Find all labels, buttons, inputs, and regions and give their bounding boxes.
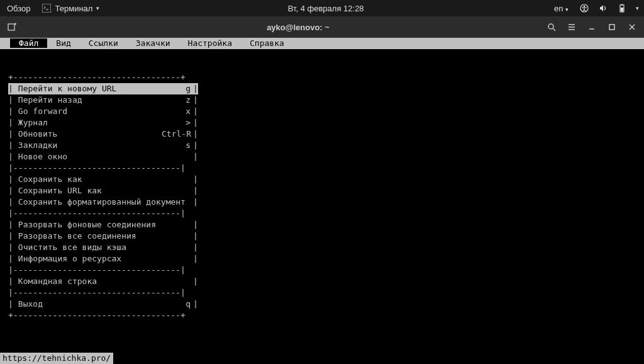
menu-item[interactable]: | Go forwardx| [8, 106, 198, 117]
menu-item[interactable]: | Журнал>| [8, 117, 198, 128]
menu-item[interactable]: | Очистить все виды кэша| [8, 242, 198, 253]
accessibility-icon[interactable] [579, 3, 589, 13]
menubar-item-закачки[interactable]: Закачки [127, 38, 179, 48]
hamburger-menu-icon[interactable] [566, 21, 577, 33]
menu-item[interactable]: | Сохранить как| [8, 174, 198, 185]
svg-rect-7 [8, 24, 14, 30]
terminal-icon [42, 3, 52, 13]
menu-item[interactable]: | Разорвать все соединения| [8, 230, 198, 242]
svg-rect-0 [42, 4, 51, 13]
window-title: ayko@lenovo: ~ [57, 23, 540, 32]
menubar-item-ссылки[interactable]: Ссылки [80, 38, 127, 48]
status-bar: https://tehnichka.pro/ [0, 353, 113, 364]
app-menu-label: Терминал [55, 4, 93, 13]
new-tab-icon[interactable] [6, 21, 18, 33]
keyboard-layout-indicator[interactable]: en ▾ [552, 4, 570, 13]
menu-separator: |----------------------------------| [8, 208, 198, 219]
maximize-button[interactable] [606, 21, 618, 33]
menu-separator: +----------------------------------+ [8, 310, 198, 321]
menu-item[interactable]: | Выходq| [8, 299, 198, 310]
system-menu-dropdown-icon[interactable]: ▾ [636, 5, 639, 11]
menu-item[interactable]: | Разорвать фоновые соединения| [8, 219, 198, 230]
clock[interactable]: Вт, 4 февраля 12:28 [99, 4, 552, 13]
svg-point-10 [548, 24, 553, 29]
menubar-item-файл[interactable]: Файл [10, 38, 47, 48]
file-dropdown-menu: +----------------------------------+| Пе… [8, 49, 198, 333]
menubar-item-настройка[interactable]: Настройка [179, 38, 241, 48]
menu-item[interactable]: | Закладкиs| [8, 140, 198, 151]
gnome-topbar: Обзор Терминал ▾ Вт, 4 февраля 12:28 en … [0, 0, 644, 16]
menubar-item-вид[interactable]: Вид [47, 38, 79, 48]
activities-button[interactable]: Обзор [5, 4, 33, 13]
menu-separator: |----------------------------------| [8, 162, 198, 174]
menubar-item-справка[interactable]: Справка [241, 38, 293, 48]
menu-item[interactable]: | Новое окно| [8, 151, 198, 162]
close-button[interactable] [626, 21, 638, 33]
svg-rect-5 [621, 4, 623, 6]
svg-point-3 [584, 6, 586, 8]
app-menu[interactable]: Терминал ▾ [42, 3, 100, 13]
svg-rect-16 [609, 25, 614, 30]
minimize-button[interactable] [586, 21, 597, 33]
menu-item[interactable]: | Сохранить форматированный документ| [8, 196, 198, 208]
menu-item[interactable]: | Перейти к новому URLg| [8, 83, 198, 94]
menu-item[interactable]: | Сохранить URL как| [8, 185, 198, 196]
links-menubar: ФайлВидСсылкиЗакачкиНастройкаСправка [0, 38, 644, 49]
menu-item[interactable]: | ОбновитьCtrl-R| [8, 128, 198, 140]
window-titlebar: ayko@lenovo: ~ [0, 16, 644, 38]
menu-separator: |----------------------------------| [8, 287, 198, 299]
menu-separator: |----------------------------------| [8, 264, 198, 276]
svg-line-11 [553, 28, 555, 31]
volume-icon[interactable] [598, 3, 608, 13]
search-icon[interactable] [546, 21, 557, 33]
svg-rect-6 [621, 8, 623, 11]
battery-icon[interactable] [617, 3, 627, 13]
menu-item[interactable]: | Перейти назадz| [8, 94, 198, 106]
menu-item[interactable]: | Командная строка| [8, 276, 198, 287]
menu-separator: +----------------------------------+ [8, 72, 198, 83]
menu-item[interactable]: | Информация о ресурсах| [8, 253, 198, 264]
